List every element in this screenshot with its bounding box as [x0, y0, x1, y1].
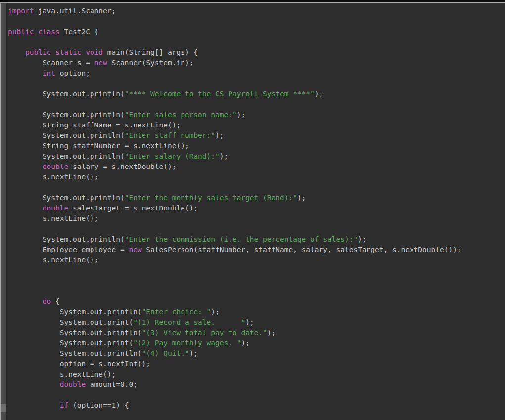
code-token-kw: new — [94, 59, 107, 67]
code-line: System.out.println("(3) View total pay t… — [8, 328, 505, 338]
code-token-pl: System.out.println( — [8, 349, 142, 357]
code-token-pl: System.out.println( — [8, 90, 125, 98]
code-token-pl: s.nextLine(); — [8, 370, 116, 378]
code-token-pl: ); — [215, 131, 224, 139]
code-line: s.nextLine(); — [8, 255, 505, 265]
code-token-pl: Test2C { — [60, 28, 99, 36]
code-token-pl: { — [51, 297, 59, 305]
code-token-pl: String staffName = s.nextLine(); — [8, 121, 181, 129]
code-token-str: "Enter choice: " — [142, 308, 211, 316]
code-token-kw: double — [60, 380, 86, 388]
code-line: do { — [8, 296, 505, 307]
code-token-pl: Employee employee = — [8, 246, 129, 253]
code-line: import java.util.Scanner; — [8, 6, 505, 16]
code-line: String staffName = s.nextLine(); — [8, 120, 505, 130]
code-line: double amount=0.0; — [8, 379, 505, 390]
code-token-pl: System.out.println( — [8, 329, 142, 336]
code-token-pl — [8, 48, 25, 56]
code-token-pl: option = s.nextInt(); — [8, 360, 150, 368]
code-token-str: "(2) Pay monthly wages. " — [133, 339, 241, 347]
code-token-kw: import — [8, 7, 34, 15]
code-line — [8, 99, 505, 110]
code-token-kw: public — [8, 28, 34, 36]
code-line: System.out.println("Enter the commission… — [8, 234, 505, 245]
code-line — [8, 16, 505, 27]
code-token-pl: salary = s.nextDouble(); — [68, 163, 176, 170]
code-line: System.out.println("Enter salary (Rand):… — [8, 151, 505, 162]
code-token-pl: System.out.println( — [8, 131, 125, 139]
code-token-pl — [34, 28, 38, 36]
code-token-pl — [8, 380, 60, 388]
code-editor-text-area[interactable]: import java.util.Scanner; public class T… — [8, 3, 505, 420]
code-token-kw: if — [60, 401, 68, 409]
code-line — [8, 224, 505, 234]
code-token-kw: double — [43, 163, 68, 170]
code-token-pl: System.out.println( — [8, 152, 125, 160]
code-line — [8, 276, 505, 286]
code-token-pl — [51, 48, 55, 56]
code-line: System.out.print("(1) Record a sale. "); — [8, 317, 505, 328]
code-token-str: "Enter the commission (i.e. the percenta… — [125, 235, 358, 243]
code-line: String staffNumber = s.nextLine(); — [8, 141, 505, 151]
code-line: public static void main(String[] args) { — [8, 47, 505, 58]
code-line: Scanner s = new Scanner(System.in); — [8, 58, 505, 68]
code-token-str: "(4) Quit." — [142, 349, 189, 357]
code-token-kw: double — [43, 204, 68, 212]
code-token-str: "**** Welcome to the CS Payroll System *… — [125, 90, 315, 98]
code-token-pl: ); — [297, 194, 306, 202]
code-token-pl — [81, 48, 86, 56]
code-token-pl: Scanner(System.in); — [107, 59, 194, 67]
code-token-pl: System.out.print( — [8, 318, 133, 326]
code-line: System.out.print("(2) Pay monthly wages.… — [8, 338, 505, 348]
code-token-pl: s.nextLine(); — [8, 173, 98, 181]
vertical-scrollbar[interactable] — [1, 3, 6, 420]
code-token-kw: do — [43, 297, 51, 305]
code-token-kw: public — [25, 48, 51, 56]
code-token-pl — [8, 163, 43, 170]
code-token-str: "Enter salary (Rand):" — [125, 152, 220, 160]
code-token-pl: (option==1) { — [68, 401, 129, 409]
code-token-pl: ); — [241, 339, 249, 347]
code-token-kw: int — [43, 69, 55, 77]
code-line — [8, 182, 505, 193]
code-token-pl: ); — [267, 329, 275, 336]
code-token-pl: ); — [315, 90, 323, 98]
code-line: option = s.nextInt(); — [8, 359, 505, 369]
code-token-pl: System.out.println( — [8, 308, 142, 316]
code-line: System.out.println("Enter sales person n… — [8, 110, 505, 120]
code-token-pl: System.out.println( — [8, 235, 125, 243]
code-token-pl: System.out.println( — [8, 194, 125, 202]
code-token-pl — [8, 204, 43, 212]
code-line: System.out.println("Enter choice: "); — [8, 307, 505, 317]
code-line: s.nextLine(); — [8, 213, 505, 224]
code-line: System.out.println("Enter the monthly sa… — [8, 193, 505, 203]
code-token-pl: s.nextLine(); — [8, 256, 98, 264]
code-token-pl: SalesPerson(staffNumber, staffName, sala… — [142, 246, 461, 253]
code-token-kw: void — [86, 48, 103, 56]
code-line — [8, 265, 505, 276]
code-token-pl — [8, 297, 43, 305]
code-token-pl: System.out.print( — [8, 339, 133, 347]
code-token-kw: static — [55, 48, 81, 56]
code-token-pl: main(String[] args) { — [103, 48, 198, 56]
code-line — [8, 286, 505, 296]
code-line — [8, 390, 505, 400]
code-line: int option; — [8, 68, 505, 79]
code-token-kw: new — [129, 246, 141, 253]
code-line: if (option==1) { — [8, 400, 505, 411]
code-token-pl: salesTarget = s.nextDouble(); — [68, 204, 198, 212]
code-line: s.nextLine(); — [8, 369, 505, 379]
code-line — [8, 79, 505, 89]
code-token-pl: System.out.println( — [8, 111, 125, 119]
scrollbar-thumb[interactable] — [1, 404, 6, 412]
code-token-pl: ); — [220, 152, 228, 160]
code-token-pl: amount=0.0; — [86, 380, 138, 388]
code-token-pl: ); — [237, 111, 245, 119]
code-token-str: "Enter the monthly sales target (Rand):" — [125, 194, 297, 202]
code-token-str: "Enter sales person name:" — [125, 111, 237, 119]
code-token-str: "Enter staff number:" — [125, 131, 215, 139]
code-token-pl: String staffNumber = s.nextLine(); — [8, 142, 189, 150]
code-line: Employee employee = new SalesPerson(staf… — [8, 245, 505, 255]
code-token-pl: s.nextLine(); — [8, 214, 98, 222]
code-token-pl: Scanner s = — [8, 59, 94, 67]
